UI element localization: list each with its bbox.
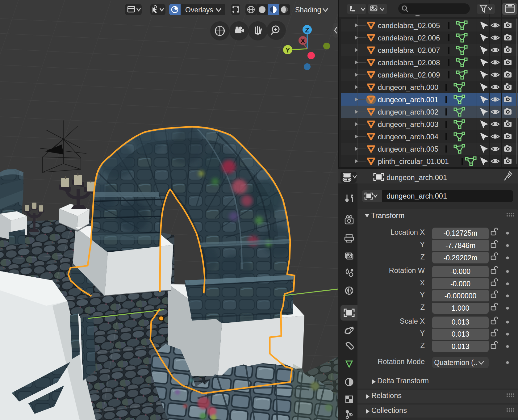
svg-text:Z: Z (305, 26, 309, 34)
svg-text:Y: Y (286, 46, 290, 54)
svg-text:X: X (301, 37, 305, 45)
svg-text:Shading: Shading (295, 6, 321, 14)
svg-text:Overlays: Overlays (185, 6, 213, 14)
